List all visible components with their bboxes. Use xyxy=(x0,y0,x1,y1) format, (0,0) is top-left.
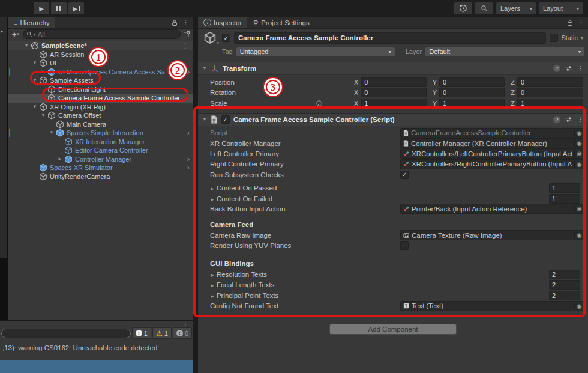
position-y-field[interactable]: 0 xyxy=(439,77,505,87)
hierarchy-item-ui[interactable]: ▼ UI xyxy=(8,59,193,68)
foldout-open-icon[interactable]: ▼ xyxy=(32,78,39,83)
scale-z-field[interactable]: 1 xyxy=(517,99,583,108)
foldout-open-icon[interactable]: ▼ xyxy=(202,66,207,71)
tag-dropdown[interactable]: Untagged ▾ xyxy=(236,47,395,56)
console-log-entry[interactable]: ,13): warning CS0162: Unreachable code d… xyxy=(0,343,193,353)
step-button[interactable]: ▶ xyxy=(68,2,84,14)
tab-inspector[interactable]: i Inspector xyxy=(198,17,247,28)
hierarchy-item-ui-menu[interactable]: ► UI Menu Spaces Camera Access Sa › xyxy=(8,68,193,77)
layout-dropdown[interactable]: Layout▾ xyxy=(539,2,583,14)
transform-component-header[interactable]: ▼ Transform ? ⋮ xyxy=(198,62,588,75)
prefab-open-chevron-icon[interactable]: › xyxy=(187,165,190,171)
create-menu-button[interactable]: + ▾ xyxy=(11,31,20,38)
chevron-down-icon[interactable]: ▾ xyxy=(581,35,583,41)
pause-button[interactable] xyxy=(51,2,67,14)
console-log-badge[interactable]: ! 1 xyxy=(132,327,151,339)
prefab-open-chevron-icon[interactable]: › xyxy=(187,130,190,136)
hierarchy-search-input[interactable] xyxy=(37,30,177,38)
play-button[interactable]: ▶ xyxy=(34,2,49,14)
foldout-open-icon[interactable]: ▼ xyxy=(24,43,31,48)
hierarchy-item-spaces-simple-interaction[interactable]: ▼ Spaces Simple Interaction › xyxy=(8,129,193,138)
foldout-closed-icon[interactable]: ► xyxy=(41,70,47,74)
foldout-closed-icon[interactable]: ► xyxy=(58,157,64,162)
rotation-z-field[interactable]: 0 xyxy=(517,88,583,97)
prefab-open-chevron-icon[interactable]: › xyxy=(187,69,190,75)
popout-icon[interactable] xyxy=(183,31,190,38)
console-selected-entry[interactable] xyxy=(0,360,193,373)
foldout-closed-icon[interactable]: ► xyxy=(210,273,215,278)
undo-history-button[interactable] xyxy=(454,2,472,14)
hierarchy-item-xr-interaction-manager[interactable]: XR Interaction Manager xyxy=(8,138,193,147)
foldout-open-icon[interactable]: ▼ xyxy=(32,61,39,65)
position-z-field[interactable]: 0 xyxy=(517,77,583,87)
console-search[interactable] xyxy=(1,329,131,338)
help-icon[interactable]: ? xyxy=(553,65,560,72)
array-size-field[interactable]: 1 xyxy=(549,183,580,193)
object-picker-icon[interactable]: ◉ xyxy=(574,232,584,238)
lock-icon[interactable] xyxy=(171,19,178,26)
hierarchy-search[interactable]: ▾ xyxy=(23,29,181,39)
kebab-menu-icon[interactable]: ⋮ xyxy=(578,19,584,26)
rotation-x-field[interactable]: 0 xyxy=(361,88,426,97)
layers-dropdown[interactable]: Layers▾ xyxy=(496,2,536,14)
hierarchy-item-samplescene[interactable]: ▼ SampleScene* ⋮ xyxy=(8,41,193,50)
scale-x-field[interactable]: 1 xyxy=(361,99,426,108)
kebab-menu-icon[interactable]: ⋮ xyxy=(182,322,188,328)
object-field[interactable]: Camera Texture (Raw Image) ◉ xyxy=(400,230,584,240)
prefab-open-chevron-icon[interactable]: › xyxy=(187,156,190,162)
object-field[interactable]: Controller Manager (XR Controller Manage… xyxy=(400,138,584,148)
rotation-y-field[interactable]: 0 xyxy=(439,88,505,97)
object-field[interactable]: Text (Text) ◉ xyxy=(400,301,584,311)
kebab-menu-icon[interactable]: ⋮ xyxy=(577,116,584,123)
foldout-closed-icon[interactable]: ► xyxy=(210,186,215,192)
component-enabled-checkbox[interactable]: ✓ xyxy=(221,115,230,124)
console-search-input[interactable] xyxy=(5,329,127,337)
console-warning-badge[interactable]: ⚠ 1 xyxy=(152,327,172,339)
foldout-closed-icon[interactable]: ► xyxy=(210,294,215,299)
position-x-field[interactable]: 0 xyxy=(361,77,426,87)
gameobject-icon-large[interactable]: ▾ xyxy=(202,31,218,44)
array-size-field[interactable]: 2 xyxy=(549,270,580,279)
console-error-badge[interactable]: ! 0 xyxy=(173,327,192,339)
gameobject-name-field[interactable]: Camera Frame Access Sample Controller xyxy=(234,32,546,44)
object-field[interactable]: Pointer/Back (Input Action Reference) ◉ xyxy=(400,204,584,214)
tab-hierarchy[interactable]: ≡ Hierarchy xyxy=(8,17,55,28)
presets-icon[interactable] xyxy=(565,116,572,123)
hierarchy-item-unityrendercamera[interactable]: UnityRenderCamera xyxy=(8,172,193,181)
object-picker-icon[interactable]: ◉ xyxy=(574,205,584,212)
script-component-header[interactable]: ▼ ✓ Camera Frame Access Sample Controlle… xyxy=(198,113,588,126)
layer-dropdown[interactable]: Default ▾ xyxy=(425,47,584,56)
array-size-field[interactable]: 1 xyxy=(549,194,580,204)
hierarchy-item-xr-origin[interactable]: ▼ XR Origin (XR Rig) xyxy=(8,103,193,112)
hierarchy-item-sample-assets[interactable]: ▼ Sample Assets xyxy=(8,76,193,85)
static-checkbox[interactable] xyxy=(550,34,558,42)
object-picker-icon[interactable]: ◉ xyxy=(574,140,584,147)
foldout-open-icon[interactable]: ▼ xyxy=(41,113,47,118)
scale-y-field[interactable]: 1 xyxy=(439,99,505,108)
object-picker-icon[interactable]: ◉ xyxy=(574,130,584,136)
object-picker-icon[interactable]: ◉ xyxy=(574,150,584,157)
object-field[interactable]: CameraFrameAccessSampleController ◉ xyxy=(400,128,584,138)
foldout-open-icon[interactable]: ▼ xyxy=(32,105,39,109)
object-field[interactable]: XRControllers/LeftControllerPrimaryButto… xyxy=(400,148,584,159)
kebab-menu-icon[interactable]: ⋮ xyxy=(577,65,584,72)
panel-divider[interactable] xyxy=(193,17,198,373)
hierarchy-item-ar-session[interactable]: AR Session xyxy=(8,50,193,59)
object-picker-icon[interactable]: ◉ xyxy=(574,161,584,168)
array-size-field[interactable]: 2 xyxy=(549,291,580,300)
foldout-closed-icon[interactable]: ► xyxy=(210,197,215,202)
foldout-open-icon[interactable]: ▼ xyxy=(49,130,56,135)
foldout-open-icon[interactable]: ▼ xyxy=(202,117,207,122)
foldout-closed-icon[interactable]: ► xyxy=(210,283,215,288)
tab-project-settings[interactable]: ⚙ Project Settings xyxy=(247,17,314,28)
lock-icon[interactable] xyxy=(566,19,574,26)
hierarchy-item-spaces-xr-simulator[interactable]: Spaces XR Simulator › xyxy=(8,163,193,172)
array-size-field[interactable]: 2 xyxy=(549,280,580,290)
constrain-proportions-icon[interactable] xyxy=(316,100,323,107)
hierarchy-item-camera-offset[interactable]: ▼ Camera Offset xyxy=(8,111,193,120)
run-subsystem-checks-checkbox[interactable]: ✓ xyxy=(400,171,409,179)
global-search-button[interactable] xyxy=(475,2,493,14)
add-component-button[interactable]: Add Component xyxy=(329,324,457,335)
render-yuv-checkbox[interactable] xyxy=(400,241,409,250)
kebab-menu-icon[interactable]: ⋮ xyxy=(182,42,188,50)
